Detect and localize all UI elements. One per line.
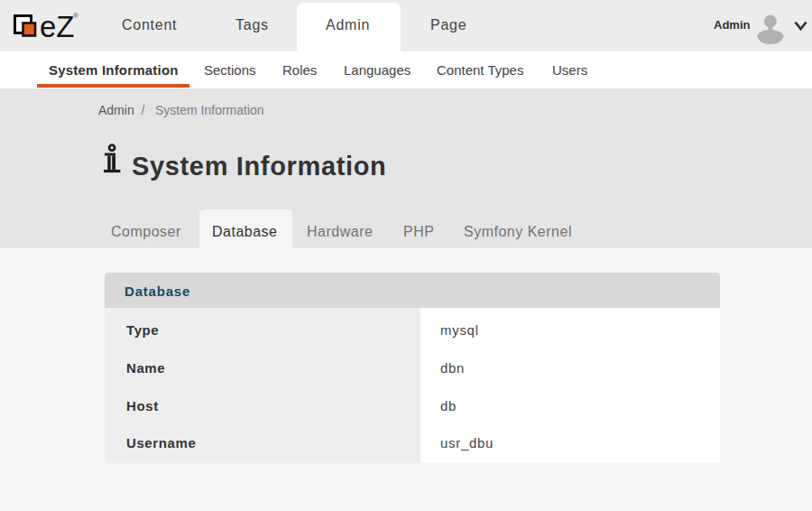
svg-text:®: ® bbox=[73, 12, 78, 20]
svg-text:eZ: eZ bbox=[40, 11, 75, 42]
